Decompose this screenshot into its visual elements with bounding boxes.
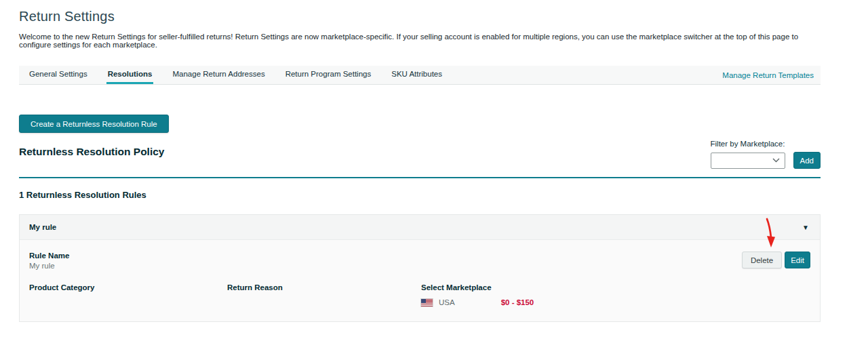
return-reason-column-label: Return Reason [227, 283, 421, 306]
rule-card-body: Rule Name My rule Delete Edit Product Ca… [20, 240, 820, 321]
rule-name-block: Rule Name My rule [29, 252, 69, 270]
intro-text: Welcome to the new Return Settings for s… [19, 33, 821, 49]
tab-label: SKU Attributes [391, 70, 442, 78]
filter-by-marketplace-label: Filter by Marketplace: [711, 140, 821, 148]
tab-resolutions[interactable]: Resolutions [106, 66, 154, 84]
page-container: Return Settings Welcome to the new Retur… [19, 9, 821, 322]
returnless-policy-heading: Returnless Resolution Policy [19, 146, 164, 169]
rules-count-heading: 1 Returnless Resolution Rules [19, 190, 821, 200]
marketplace-column: Select Marketplace USA $0 - $150 [421, 283, 810, 306]
rule-name-label: Rule Name [29, 252, 69, 260]
us-flag-icon [421, 299, 433, 306]
delete-rule-button[interactable]: Delete [742, 252, 782, 268]
rule-name-row: Rule Name My rule Delete Edit [29, 252, 810, 270]
marketplace-name: USA [439, 298, 455, 306]
tab-general-settings[interactable]: General Settings [28, 66, 89, 84]
marketplace-filter-select[interactable] [711, 153, 785, 169]
rule-name-value: My rule [29, 262, 69, 270]
tabbar-spacer [452, 66, 722, 84]
tab-label: Manage Return Addresses [172, 70, 264, 78]
tab-return-program-settings[interactable]: Return Program Settings [284, 66, 373, 84]
select-marketplace-column-label: Select Marketplace [421, 283, 810, 292]
tab-bar: General Settings Resolutions Manage Retu… [19, 66, 821, 85]
tab-label: General Settings [29, 70, 87, 78]
policy-header-row: Returnless Resolution Policy Filter by M… [19, 140, 821, 169]
edit-rule-button[interactable]: Edit [785, 252, 810, 268]
tab-label: Return Program Settings [285, 70, 372, 78]
rule-columns-header: Product Category Return Reason Select Ma… [29, 283, 810, 306]
chevron-down-icon [772, 158, 780, 163]
rule-card: My rule ▼ Rule Name My rule Delete Edit … [19, 214, 821, 322]
price-range-value: $0 - $150 [501, 298, 534, 306]
collapse-triangle-icon[interactable]: ▼ [802, 224, 809, 231]
marketplace-row: USA $0 - $150 [421, 298, 810, 306]
tab-sku-attributes[interactable]: SKU Attributes [390, 66, 443, 84]
create-returnless-rule-button[interactable]: Create a Returnless Resolution Rule [19, 115, 169, 133]
filter-controls: Add [711, 152, 821, 169]
tab-manage-return-addresses[interactable]: Manage Return Addresses [171, 66, 266, 84]
manage-return-templates-link[interactable]: Manage Return Templates [722, 66, 814, 84]
page-title: Return Settings [19, 9, 821, 24]
marketplace-filter-group: Filter by Marketplace: Add [711, 140, 821, 169]
rule-actions: Delete Edit [742, 252, 810, 268]
tab-label: Resolutions [108, 70, 153, 78]
rule-card-title: My rule [29, 223, 56, 231]
add-marketplace-button[interactable]: Add [793, 152, 821, 169]
rule-card-header[interactable]: My rule ▼ [20, 215, 820, 240]
section-divider [19, 177, 821, 178]
product-category-column-label: Product Category [29, 283, 227, 306]
